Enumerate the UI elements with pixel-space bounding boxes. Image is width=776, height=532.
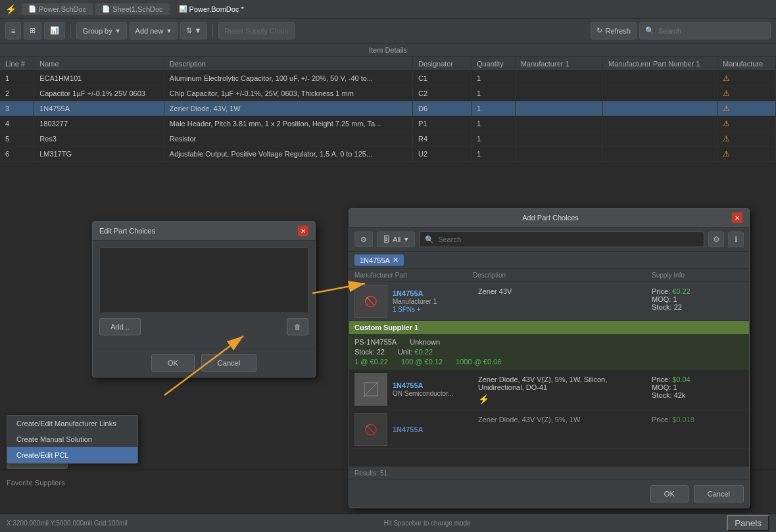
custom-supplier-header: Custom Supplier 1: [349, 321, 749, 334]
apc-cancel-button[interactable]: Cancel: [694, 485, 744, 502]
edit-part-dialog-body: Add... 🗑: [93, 241, 315, 349]
title-bar: ⚡ 📄 Power.SchDoc 📄 Sheet1.SchDoc 📊 Power…: [0, 0, 776, 18]
apc-mfr-col: 🚫 1N4755A: [354, 413, 473, 446]
tab-power-sch[interactable]: 📄 Power.SchDoc: [22, 3, 93, 15]
cell-desig: R4: [412, 132, 471, 147]
cell-desc: Zener Diode, 43V, 1W: [164, 101, 412, 116]
apc-settings-button[interactable]: ⚙: [708, 231, 724, 247]
warning-icon: ⚠: [723, 119, 730, 128]
cell-desig: C1: [412, 71, 471, 86]
apc-results-area[interactable]: 🚫 1N4755A Manufacturer 1 1 SPNs + Zener …: [349, 282, 749, 466]
apc-mfr-col: 1N4755A ON Semiconductor...: [354, 373, 473, 406]
apc-close-button[interactable]: ✕: [732, 212, 742, 223]
separator-2: [212, 24, 213, 38]
add-part-choices-dialog: Add Part Choices ✕ ⚙ 🗄 All ▼ 🔍 ⚙ ℹ 1N475…: [349, 208, 750, 508]
cell-qty: 1: [471, 132, 515, 147]
cell-qty: 1: [471, 147, 515, 162]
dropdown-item-create-edit-mfr[interactable]: Create/Edit Manufacturer Links: [7, 416, 137, 431]
search-input[interactable]: [658, 27, 765, 35]
svg-line-0: [363, 381, 379, 397]
no-image-icon: 🚫: [364, 295, 377, 308]
refresh-button[interactable]: ↻ Refresh: [591, 22, 637, 39]
cell-name: ECA1HM101: [34, 71, 164, 86]
cell-mfr-pn: [603, 86, 717, 101]
table-row[interactable]: 3 1N4755A Zener Diode, 43V, 1W D6 1 ⚠: [0, 101, 776, 116]
edit-part-actions: Add... 🗑: [99, 318, 308, 335]
apc-toolbar: ⚙ 🗄 All ▼ 🔍 ⚙ ℹ: [349, 228, 749, 252]
cell-desig: C2: [412, 86, 471, 101]
apc-search-box: 🔍: [419, 231, 704, 247]
col-header-desig: Designator: [412, 57, 471, 71]
cell-qty: 1: [471, 116, 515, 132]
apc-tag-close[interactable]: ✕: [393, 256, 399, 264]
cell-line: 4: [0, 116, 34, 132]
sort-button[interactable]: ⇅ ▼: [180, 22, 207, 39]
sch-icon: 📄: [28, 5, 36, 12]
apc-ok-button[interactable]: OK: [650, 485, 689, 502]
filter-icon: ⚙: [360, 235, 367, 244]
bom-icon: 📊: [179, 5, 187, 12]
tab-power-bom[interactable]: 📊 Power.BomDoc *: [172, 3, 251, 15]
warning-icon: ⚠: [723, 89, 730, 98]
warning-icon: ⚠: [723, 104, 730, 113]
table-row[interactable]: 4 1803277 Male Header, Pitch 3.81 mm, 1 …: [0, 116, 776, 132]
apc-result-item[interactable]: 1N4755A ON Semiconductor... Zener Diode,…: [349, 370, 749, 410]
apc-thumbnail: 🚫: [354, 413, 387, 446]
groupby-chevron: ▼: [115, 28, 121, 34]
apc-mfr-info: 1N4755A Manufacturer 1 1 SPNs +: [393, 289, 437, 313]
all-chevron: ▼: [403, 236, 409, 243]
apc-thumbnail: [354, 373, 387, 406]
panels-button[interactable]: Panels: [727, 515, 769, 531]
cell-mfr: [515, 101, 602, 116]
apc-result-item[interactable]: 🚫 1N4755A Zener Diode, 43V V(Z), 5%, 1W …: [349, 410, 749, 449]
no-image-icon: 🚫: [364, 423, 377, 436]
apc-supply-col: Price: $0.018: [652, 413, 744, 426]
warning-icon: ⚠: [723, 74, 730, 83]
table-row[interactable]: 6 LM317TG Adjustable Output, Positive Vo…: [0, 147, 776, 162]
table-row[interactable]: 1 ECA1HM101 Aluminum Electrolytic Capaci…: [0, 71, 776, 86]
apc-header: Add Part Choices ✕: [349, 208, 749, 228]
reset-supply-chain-button[interactable]: Reset Supply Chain: [218, 22, 294, 39]
warning-icon: ⚠: [723, 149, 730, 158]
cell-mfr: [515, 71, 602, 86]
apc-all-dropdown[interactable]: 🗄 All ▼: [377, 231, 415, 247]
table-row[interactable]: 5 Res3 Resistor R4 1 ⚠: [0, 132, 776, 147]
apc-info-button[interactable]: ℹ: [728, 231, 744, 247]
hamburger-button[interactable]: ≡: [5, 22, 21, 39]
apc-result-item[interactable]: 🚫 1N4755A Manufacturer 1 1 SPNs + Zener …: [349, 282, 749, 321]
cell-line: 1: [0, 71, 34, 86]
cell-name: 1N4755A: [34, 101, 164, 116]
item-details-header: Item Details: [0, 43, 776, 57]
edit-part-list: [99, 247, 308, 313]
cell-desc: Resistor: [164, 132, 412, 147]
cell-line: 2: [0, 86, 34, 101]
dropdown-item-create-edit-pcl[interactable]: Create/Edit PCL: [7, 447, 137, 463]
edit-part-dialog-close[interactable]: ✕: [298, 226, 308, 236]
apc-search-input[interactable]: [438, 235, 698, 243]
table-row[interactable]: 2 Capacitor 1µF +/-0.1% 25V 0603 Chip Ca…: [0, 86, 776, 101]
cell-mfr: [515, 147, 602, 162]
groupby-button[interactable]: Group by ▼: [76, 22, 126, 39]
cell-desc: Chip Capacitor, 1µF +/-0.1%, 25V, 0603, …: [164, 86, 412, 101]
cell-warn: ⚠: [717, 132, 775, 147]
chart-button[interactable]: 📊: [44, 22, 65, 39]
main-toolbar: ≡ ⊞ 📊 Group by ▼ Add new ▼ ⇅ ▼ Reset Sup…: [0, 18, 776, 43]
apc-filter-button[interactable]: ⚙: [354, 231, 373, 247]
bom-view-button[interactable]: ⊞: [24, 22, 41, 39]
col-header-line: Line #: [0, 57, 34, 71]
cell-warn: ⚠: [717, 86, 775, 101]
cell-name: LM317TG: [34, 147, 164, 162]
edit-part-cancel-button[interactable]: Cancel: [201, 354, 256, 372]
sch-icon2: 📄: [102, 5, 110, 12]
cell-mfr-pn: [603, 116, 717, 132]
db-icon: 🗄: [383, 235, 390, 243]
add-button[interactable]: Add...: [99, 318, 141, 335]
refresh-icon: ↻: [596, 26, 602, 35]
apc-thumbnail: 🚫: [354, 285, 387, 318]
tab-sheet1-sch[interactable]: 📄 Sheet1.SchDoc: [95, 3, 169, 15]
addnew-button[interactable]: Add new ▼: [130, 22, 178, 39]
delete-button[interactable]: 🗑: [287, 318, 308, 335]
edit-part-ok-button[interactable]: OK: [151, 354, 195, 372]
cell-qty: 1: [471, 71, 515, 86]
dropdown-item-create-manual[interactable]: Create Manual Solution: [7, 431, 137, 447]
